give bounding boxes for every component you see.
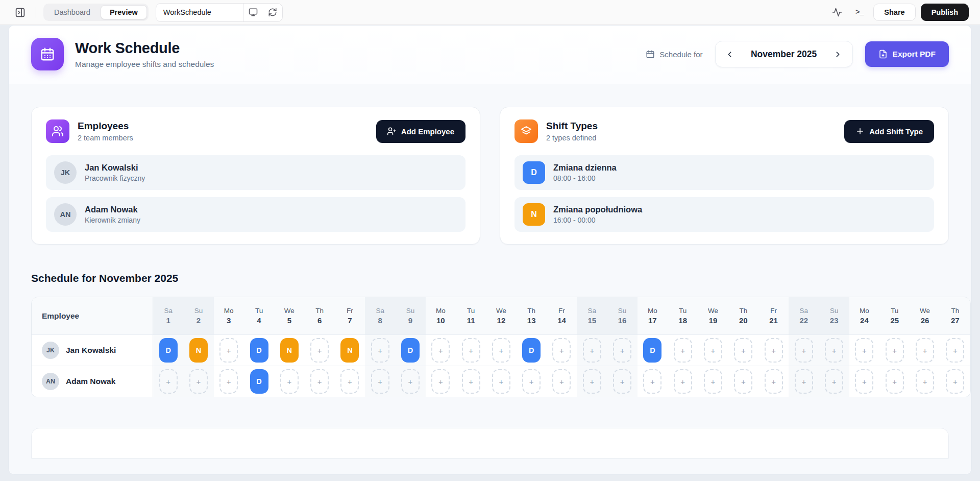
add-shift-cell[interactable]: + [159, 369, 178, 394]
day-column-header: Su9 [395, 297, 425, 334]
app-name-input[interactable] [156, 8, 243, 16]
add-shift-cell[interactable]: + [462, 369, 480, 394]
schedule-for-group: Schedule for [646, 50, 702, 59]
add-shift-cell[interactable]: + [280, 369, 299, 394]
day-column-header: Tu25 [879, 297, 910, 334]
chevron-right-icon[interactable] [828, 44, 848, 64]
shift-chip[interactable]: D [159, 338, 178, 363]
tab-preview[interactable]: Preview [101, 5, 147, 19]
day-cell: + [728, 366, 758, 397]
add-shift-cell[interactable]: + [371, 369, 389, 394]
day-column-header: Fr7 [335, 297, 365, 334]
add-shift-cell[interactable]: + [310, 369, 329, 394]
add-shift-cell[interactable]: + [219, 338, 238, 363]
add-shift-cell[interactable]: + [583, 369, 601, 394]
add-shift-cell[interactable]: + [219, 369, 238, 394]
calendar-small-icon [646, 50, 655, 59]
add-shift-cell[interactable]: + [462, 338, 480, 363]
share-button[interactable]: Share [873, 4, 915, 21]
plus-icon [855, 127, 865, 136]
activity-icon[interactable] [828, 4, 846, 21]
add-shift-cell[interactable]: + [765, 338, 783, 363]
shift-types-card-header: Shift Types 2 types defined Add Shift Ty… [514, 119, 934, 143]
add-shift-cell[interactable]: + [946, 369, 964, 394]
chevron-left-icon[interactable] [720, 44, 740, 64]
add-shift-cell[interactable]: + [795, 369, 813, 394]
add-shift-cell[interactable]: + [674, 338, 692, 363]
add-shift-cell[interactable]: + [492, 338, 510, 363]
day-cell: + [849, 366, 879, 397]
day-column-header: Tu11 [456, 297, 486, 334]
add-shift-type-button[interactable]: Add Shift Type [844, 120, 934, 143]
employee-list-item[interactable]: JK Jan Kowalski Pracownik fizyczny [46, 155, 465, 190]
add-shift-cell[interactable]: + [401, 369, 420, 394]
app-header: Work Schedule Manage employee shifts and… [9, 26, 971, 84]
add-shift-cell[interactable]: + [765, 369, 783, 394]
shift-type-name: Zmiana dzienna [553, 163, 617, 173]
add-shift-cell[interactable]: + [916, 369, 934, 394]
add-employee-button[interactable]: Add Employee [376, 120, 465, 143]
divider [36, 7, 36, 18]
shift-chip[interactable]: D [522, 338, 541, 363]
add-shift-cell[interactable]: + [674, 369, 692, 394]
day-cell: + [274, 366, 304, 397]
shift-types-card-subtitle: 2 types defined [546, 134, 598, 142]
employee-name: Jan Kowalski [85, 163, 145, 173]
shift-chip[interactable]: D [401, 338, 420, 363]
refresh-icon[interactable] [263, 3, 282, 22]
shift-chip[interactable]: N [280, 338, 299, 363]
add-shift-cell[interactable]: + [886, 369, 904, 394]
employee-list-item[interactable]: AN Adam Nowak Kierownik zmiany [46, 197, 465, 232]
add-shift-cell[interactable]: + [704, 369, 722, 394]
page-title: Work Schedule [75, 40, 214, 57]
add-shift-cell[interactable]: + [825, 338, 843, 363]
day-cell: + [940, 335, 970, 366]
export-pdf-button[interactable]: Export PDF [865, 41, 949, 67]
add-shift-cell[interactable]: + [371, 338, 389, 363]
add-shift-cell[interactable]: + [492, 369, 510, 394]
add-shift-cell[interactable]: + [643, 369, 662, 394]
publish-button[interactable]: Publish [921, 4, 969, 21]
add-shift-cell[interactable]: + [613, 338, 631, 363]
add-shift-cell[interactable]: + [613, 369, 631, 394]
add-shift-cell[interactable]: + [552, 338, 571, 363]
partial-bottom-card [31, 428, 949, 459]
add-shift-cell[interactable]: + [189, 369, 208, 394]
shift-chip[interactable]: D [250, 369, 268, 394]
add-shift-cell[interactable]: + [825, 369, 843, 394]
add-shift-cell[interactable]: + [583, 338, 601, 363]
shift-chip[interactable]: N [340, 338, 359, 363]
shift-chip[interactable]: D [250, 338, 268, 363]
shift-chip[interactable]: N [189, 338, 208, 363]
add-shift-cell[interactable]: + [886, 338, 904, 363]
add-shift-cell[interactable]: + [855, 338, 873, 363]
sidebar-toggle-icon[interactable] [11, 4, 29, 21]
add-shift-cell[interactable]: + [734, 338, 752, 363]
tab-dashboard[interactable]: Dashboard [45, 5, 100, 19]
app-title-group: Work Schedule Manage employee shifts and… [31, 38, 214, 70]
add-shift-cell[interactable]: + [704, 338, 722, 363]
add-shift-cell[interactable]: + [522, 369, 541, 394]
add-shift-cell[interactable]: + [734, 369, 752, 394]
employees-card-subtitle: 2 team members [78, 134, 133, 142]
add-shift-cell[interactable]: + [310, 338, 329, 363]
terminal-icon[interactable]: >_ [851, 4, 868, 21]
day-cell: + [819, 366, 849, 397]
add-shift-cell[interactable]: + [340, 369, 359, 394]
add-shift-cell[interactable]: + [795, 338, 813, 363]
shift-type-list-item[interactable]: N Zmiana popołudniowa 16:00 - 00:00 [514, 197, 934, 232]
add-shift-cell[interactable]: + [946, 338, 964, 363]
day-cell: + [365, 366, 395, 397]
monitor-icon[interactable] [243, 3, 263, 22]
add-shift-cell[interactable]: + [916, 338, 934, 363]
day-cell: D [153, 335, 183, 366]
add-shift-cell[interactable]: + [855, 369, 873, 394]
shift-chip[interactable]: D [643, 338, 662, 363]
add-shift-cell[interactable]: + [431, 369, 450, 394]
day-cell: D [517, 335, 547, 366]
day-cell: + [638, 366, 668, 397]
shift-type-list-item[interactable]: D Zmiana dzienna 08:00 - 16:00 [514, 155, 934, 190]
add-shift-cell[interactable]: + [431, 338, 450, 363]
day-cell: N [274, 335, 304, 366]
add-shift-cell[interactable]: + [552, 369, 571, 394]
